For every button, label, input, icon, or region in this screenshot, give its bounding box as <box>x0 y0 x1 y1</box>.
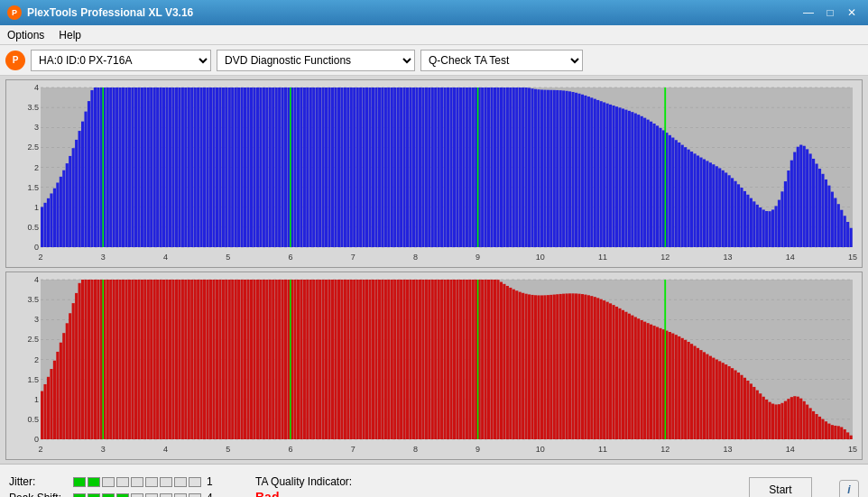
drive-icon: P <box>5 51 25 70</box>
jitter-meter <box>73 477 201 487</box>
ta-quality: TA Quality Indicator: Bad <box>255 475 352 497</box>
meter-segment <box>160 493 172 498</box>
menu-help[interactable]: Help <box>55 28 85 42</box>
title-bar: P PlexTools Professional XL V3.16 — □ ✕ <box>0 0 868 25</box>
metrics-left: Jitter: 1 Peak Shift: 4 <box>9 475 219 497</box>
meter-segment <box>102 493 115 498</box>
jitter-label: Jitter: <box>9 475 68 488</box>
meter-segment <box>73 477 86 487</box>
menu-options[interactable]: Options <box>4 28 48 42</box>
test-select[interactable]: Q-Check TA Test <box>420 50 583 71</box>
title-bar-left: P PlexTools Professional XL V3.16 <box>7 5 193 20</box>
function-select[interactable]: DVD Diagnostic Functions <box>217 50 415 71</box>
info-button[interactable]: i <box>839 480 859 497</box>
meter-segment <box>102 477 115 487</box>
meter-segment <box>88 493 100 498</box>
peakshift-row: Peak Shift: 4 <box>9 492 219 497</box>
meter-segment <box>73 493 86 498</box>
top-chart <box>5 79 863 268</box>
menu-bar: Options Help <box>0 25 868 45</box>
peakshift-label: Peak Shift: <box>9 492 68 497</box>
meter-segment <box>116 493 129 498</box>
ta-quality-label: TA Quality Indicator: <box>255 475 352 488</box>
toolbar: P HA:0 ID:0 PX-716A DVD Diagnostic Funct… <box>0 45 868 76</box>
meter-segment <box>88 477 100 487</box>
minimize-button[interactable]: — <box>799 5 817 20</box>
meter-segment <box>145 477 158 487</box>
meter-segment <box>174 477 187 487</box>
jitter-row: Jitter: 1 <box>9 475 219 488</box>
maximize-button[interactable]: □ <box>821 5 839 20</box>
ta-quality-value: Bad <box>255 490 279 497</box>
meter-segment <box>131 493 143 498</box>
start-button[interactable]: Start <box>749 477 812 497</box>
drive-select[interactable]: HA:0 ID:0 PX-716A <box>31 50 211 71</box>
meter-segment <box>131 477 143 487</box>
meter-segment <box>189 477 201 487</box>
top-chart-canvas <box>6 80 862 267</box>
meter-segment <box>160 477 172 487</box>
peakshift-meter <box>73 493 201 498</box>
bottom-chart <box>5 272 863 460</box>
meter-segment <box>189 493 201 498</box>
title-bar-controls: — □ ✕ <box>799 5 861 20</box>
jitter-value: 1 <box>207 475 219 488</box>
app-title: PlexTools Professional XL V3.16 <box>27 6 193 19</box>
meter-segment <box>116 477 129 487</box>
close-button[interactable]: ✕ <box>843 5 861 20</box>
bottom-chart-canvas <box>6 272 862 459</box>
meter-segment <box>174 493 187 498</box>
meter-segment <box>145 493 158 498</box>
charts-area <box>0 76 868 464</box>
bottom-panel: Jitter: 1 Peak Shift: 4 TA Quality Indic… <box>0 464 868 497</box>
app-icon: P <box>7 5 22 20</box>
peakshift-value: 4 <box>207 492 219 497</box>
